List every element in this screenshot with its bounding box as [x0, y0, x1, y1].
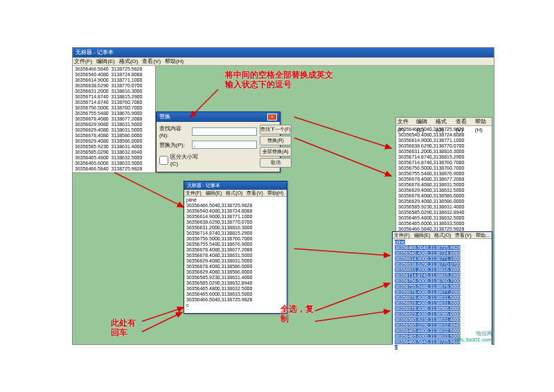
menu-help[interactable]: 帮助(H): [165, 57, 184, 65]
menu-file[interactable]: 文件(F): [186, 190, 202, 196]
selected-notepad: 文件(F) 编辑(E) 格式(O) 查看(V) 帮助… pline 363564…: [392, 231, 492, 344]
middle-notepad: 无标题 - 记事本 文件(F) 编辑(E) 格式(O) 查看(V) 帮助(H) …: [184, 181, 287, 314]
find-label: 查找内容(N):: [159, 125, 190, 139]
menu-view[interactable]: 查看(V): [247, 190, 262, 196]
right-text-panel: 文件(F) 编辑(E) 格式(O) 查看(V) 帮助(H) 36356466.5…: [395, 117, 492, 235]
watermark: 地信网 bbs.3s001.com: [455, 330, 492, 343]
replace-input[interactable]: [192, 141, 257, 149]
svg-line-7: [315, 311, 390, 321]
menu-format[interactable]: 格式(O): [434, 232, 451, 238]
replace-label: 替换为(P):: [159, 141, 190, 149]
menu-file[interactable]: 文件(F): [394, 232, 410, 238]
svg-line-4: [142, 308, 184, 321]
menu-file[interactable]: 文件(F): [397, 118, 412, 125]
replace-dialog: 替换 × 查找内容(N): 替换为(P): 区分大小写(C) 查找下一个(F: [156, 112, 280, 172]
replaceall-button[interactable]: 全部替换(A): [260, 147, 292, 157]
mid-text-content[interactable]: pline 36356466.5040,3138725.9828 3635654…: [184, 197, 287, 309]
menu-file[interactable]: 文件(F): [74, 57, 92, 65]
menu-view[interactable]: 查看(V): [142, 57, 161, 65]
main-title: 无标题 - 记事本: [75, 48, 114, 57]
menu-format[interactable]: 格式(O): [119, 57, 138, 65]
main-titlebar: 无标题 - 记事本: [73, 48, 494, 57]
menu-edit[interactable]: 编辑(E): [414, 232, 430, 238]
case-checkbox[interactable]: [159, 156, 168, 165]
menu-view[interactable]: 查看(V): [456, 118, 471, 125]
menu-view[interactable]: 查看(V): [455, 232, 471, 238]
annotation-top: 将中间的空格全部替换成英文 输入状态下的逗号: [225, 70, 333, 89]
mid-title: 无标题 - 记事本: [187, 181, 220, 190]
desktop-stage: 无标题 - 记事本 文件(F) 编辑(E) 格式(O) 查看(V) 帮助(H) …: [72, 47, 494, 345]
menu-edit[interactable]: 编辑(E): [206, 190, 222, 196]
main-text-content[interactable]: 36356466.5840 3138725.9828 36356540.4080…: [73, 66, 155, 172]
watermark-text1: 地信网: [455, 330, 492, 337]
svg-line-3: [114, 172, 184, 207]
svg-line-2: [294, 138, 391, 176]
menu-format[interactable]: 格式(O): [226, 190, 242, 196]
cancel-button[interactable]: 取消: [260, 158, 292, 168]
menu-format[interactable]: 格式(O): [436, 118, 452, 125]
right-menubar[interactable]: 文件(F) 编辑(E) 格式(O) 查看(V) 帮助(H): [396, 118, 492, 126]
watermark-text2: bbs.3s001.com: [455, 337, 492, 343]
annotation-left: 此处有 回车: [111, 318, 136, 337]
dialog-titlebar[interactable]: 替换 ×: [157, 112, 280, 122]
svg-line-5: [142, 312, 182, 332]
main-menubar[interactable]: 文件(F) 编辑(E) 格式(O) 查看(V) 帮助(H): [73, 57, 494, 66]
menu-help[interactable]: 帮助(H): [475, 118, 490, 125]
replace-button[interactable]: 替换(R): [260, 136, 292, 145]
menu-edit[interactable]: 编辑(E): [416, 118, 431, 125]
svg-line-6: [315, 283, 390, 311]
dialog-title: 替换: [159, 112, 170, 122]
case-label: 区分大小写(C): [170, 153, 201, 167]
blue-menubar[interactable]: 文件(F) 编辑(E) 格式(O) 查看(V) 帮助…: [393, 232, 492, 239]
mid-titlebar: 无标题 - 记事本: [184, 181, 287, 190]
menu-help[interactable]: 帮助(H): [267, 190, 284, 196]
svg-line-1: [294, 117, 391, 148]
annotation-right: 全选，复 制: [280, 304, 314, 323]
mid-menubar[interactable]: 文件(F) 编辑(E) 格式(O) 查看(V) 帮助(H): [184, 190, 287, 197]
svg-line-8: [294, 249, 390, 256]
find-input[interactable]: [192, 127, 257, 136]
findnext-button[interactable]: 查找下一个(F): [260, 125, 292, 134]
menu-help[interactable]: 帮助…: [476, 232, 490, 238]
close-icon[interactable]: ×: [267, 114, 277, 121]
menu-edit[interactable]: 编辑(E): [96, 57, 115, 65]
right-text-content[interactable]: 36356466.5040,3138725.9828 36356540.4080…: [396, 126, 492, 233]
